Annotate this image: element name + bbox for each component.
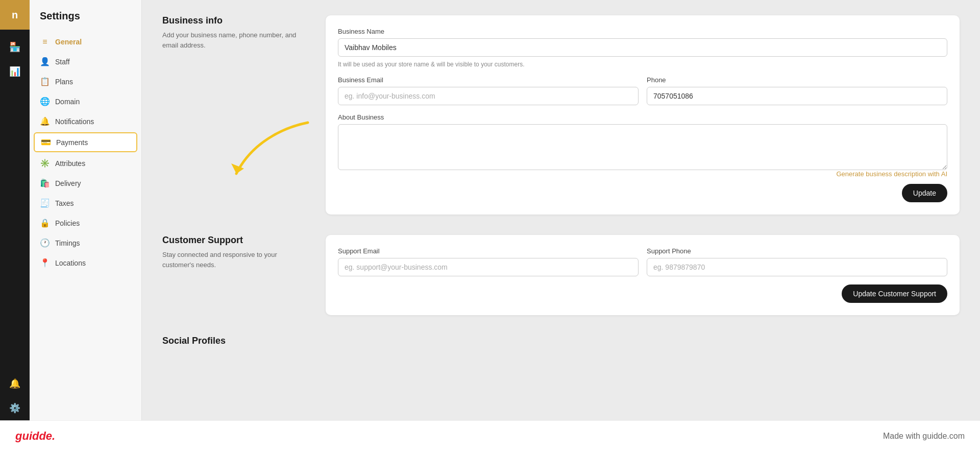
social-profiles-description: Social Profiles (162, 336, 305, 350)
sidebar-item-staff-label: Staff (55, 58, 70, 66)
sidebar-item-timings-label: Timings (55, 239, 80, 247)
sidebar-item-plans[interactable]: 📋 Plans (30, 72, 141, 91)
business-name-hint: It will be used as your store name & wil… (338, 61, 947, 68)
phone-input[interactable] (647, 87, 947, 105)
bell-nav-icon[interactable]: 🔔 (0, 371, 30, 396)
sidebar-item-staff[interactable]: 👤 Staff (30, 52, 141, 72)
sidebar-item-delivery[interactable]: 🛍️ Delivery (30, 173, 141, 193)
social-profiles-title: Social Profiles (162, 336, 305, 346)
ai-generate-link[interactable]: Generate business description with AI (338, 170, 947, 178)
social-profiles-section: Social Profiles (162, 336, 960, 350)
business-name-label: Business Name (338, 28, 947, 35)
notifications-icon: 🔔 (40, 116, 50, 126)
guidde-logo: guidde. (15, 430, 55, 443)
customer-support-section: Customer Support Stay connected and resp… (162, 235, 960, 315)
sidebar-item-general[interactable]: ≡ General (30, 32, 141, 52)
attributes-icon: ✳️ (40, 158, 50, 168)
business-email-input[interactable] (338, 87, 639, 105)
footer: guidde. Made with guidde.com (0, 420, 980, 451)
timings-icon: 🕐 (40, 238, 50, 248)
sidebar-item-domain[interactable]: 🌐 Domain (30, 91, 141, 111)
customer-support-card: Support Email Support Phone Update Custo… (326, 235, 960, 315)
support-phone-group: Support Phone (647, 247, 947, 276)
support-email-group: Support Email (338, 247, 639, 276)
business-info-section: Business info Add your business name, ph… (162, 15, 960, 215)
delivery-icon: 🛍️ (40, 178, 50, 188)
sidebar-item-delivery-label: Delivery (55, 179, 81, 187)
icon-sidebar: n 🏪 📊 🔔 ⚙️ (0, 0, 30, 420)
sidebar-item-plans-label: Plans (55, 78, 73, 86)
sidebar-item-notifications[interactable]: 🔔 Notifications (30, 111, 141, 131)
business-info-title: Business info (162, 15, 305, 26)
sidebar-item-attributes[interactable]: ✳️ Attributes (30, 153, 141, 173)
sidebar-item-policies[interactable]: 🔒 Policies (30, 213, 141, 233)
business-email-group: Business Email (338, 76, 639, 105)
customer-support-title: Customer Support (162, 235, 305, 246)
sidebar-item-taxes-label: Taxes (55, 199, 74, 207)
settings-title: Settings (30, 10, 141, 32)
business-email-label: Business Email (338, 76, 639, 84)
sidebar-item-policies-label: Policies (55, 219, 80, 227)
sidebar-item-locations-label: Locations (55, 259, 86, 267)
sidebar-item-taxes[interactable]: 🧾 Taxes (30, 193, 141, 213)
business-name-input[interactable] (338, 38, 947, 57)
taxes-icon: 🧾 (40, 198, 50, 208)
sidebar-item-domain-label: Domain (55, 98, 80, 106)
phone-label: Phone (647, 76, 947, 84)
policies-icon: 🔒 (40, 218, 50, 228)
support-email-input[interactable] (338, 258, 639, 276)
sidebar-item-notifications-label: Notifications (55, 117, 94, 126)
sidebar-item-payments[interactable]: 💳 Payments (34, 132, 137, 152)
phone-group: Phone (647, 76, 947, 105)
staff-icon: 👤 (40, 57, 50, 66)
customer-support-desc: Stay connected and responsive to your cu… (162, 250, 305, 270)
main-content: Business info Add your business name, ph… (142, 0, 980, 420)
about-business-textarea[interactable] (338, 124, 947, 170)
business-info-card: Business Name It will be used as your st… (326, 15, 960, 215)
analytics-nav-icon[interactable]: 📊 (0, 59, 30, 84)
nav-sidebar: Settings ≡ General 👤 Staff 📋 Plans 🌐 Dom… (30, 0, 142, 420)
settings-nav-icon[interactable]: ⚙️ (0, 396, 30, 420)
locations-icon: 📍 (40, 258, 50, 268)
sidebar-item-attributes-label: Attributes (55, 159, 85, 168)
about-business-label: About Business (338, 113, 947, 121)
general-icon: ≡ (40, 37, 50, 46)
sidebar-item-timings[interactable]: 🕐 Timings (30, 233, 141, 253)
plans-icon: 📋 (40, 77, 50, 86)
business-info-description: Business info Add your business name, ph… (162, 15, 305, 215)
app-logo[interactable]: n (0, 0, 30, 30)
sidebar-item-general-label: General (55, 38, 82, 46)
store-nav-icon[interactable]: 🏪 (0, 35, 30, 59)
update-customer-support-button[interactable]: Update Customer Support (842, 284, 947, 303)
business-info-desc: Add your business name, phone number, an… (162, 30, 305, 50)
payments-icon: 💳 (41, 137, 51, 147)
sidebar-item-payments-label: Payments (56, 138, 88, 147)
about-business-group: About Business (338, 113, 947, 170)
update-business-button[interactable]: Update (902, 184, 947, 202)
customer-support-description: Customer Support Stay connected and resp… (162, 235, 305, 315)
footer-tagline: Made with guidde.com (883, 432, 965, 441)
support-phone-input[interactable] (647, 258, 947, 276)
sidebar-item-locations[interactable]: 📍 Locations (30, 253, 141, 273)
support-email-label: Support Email (338, 247, 639, 255)
domain-icon: 🌐 (40, 97, 50, 106)
support-phone-label: Support Phone (647, 247, 947, 255)
